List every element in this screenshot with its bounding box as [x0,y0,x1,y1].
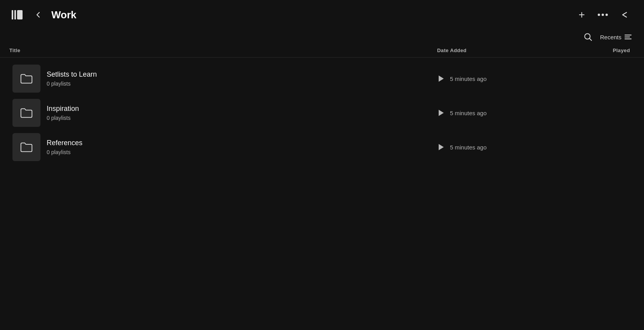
folder-item-left: Setlists to Learn 0 playlists [12,65,437,93]
date-added: 5 minutes ago [450,75,486,82]
play-icon [439,75,444,82]
back-button[interactable] [31,9,45,20]
svg-point-4 [602,14,604,16]
svg-rect-2 [17,10,23,19]
svg-rect-0 [12,10,13,19]
search-icon [584,33,592,41]
folder-item[interactable]: References 0 playlists 5 minutes ago [9,131,635,163]
folder-thumbnail [12,133,40,161]
folder-name: Inspiration [47,105,79,113]
folder-info: References 0 playlists [47,139,82,155]
folder-middle: 5 minutes ago [437,108,554,118]
more-options-button[interactable] [595,12,611,18]
add-button[interactable]: + [576,8,587,22]
header: Work + [0,0,644,28]
folder-thumbnail [12,65,40,93]
date-added: 5 minutes ago [450,110,486,116]
col-title: Title [9,47,437,53]
folder-name: Setlists to Learn [47,70,97,79]
close-icon [621,11,629,19]
folder-thumbnail [12,99,40,127]
folder-middle: 5 minutes ago [437,142,554,152]
back-icon [34,11,42,19]
column-headers: Title Date Added Played [0,47,644,58]
play-icon [439,144,444,150]
svg-rect-1 [14,10,16,19]
page-title: Work [51,9,77,21]
recents-label: Recents [600,34,621,40]
col-played: Played [554,47,632,53]
header-right: + [576,8,632,22]
play-button[interactable] [437,74,445,83]
library-icon [11,9,23,21]
play-button[interactable] [437,142,445,152]
library-icon-button[interactable] [9,9,25,21]
close-button[interactable] [618,9,632,21]
folder-item[interactable]: Inspiration 0 playlists 5 minutes ago [9,97,635,129]
folder-name: References [47,139,82,147]
folder-list: Setlists to Learn 0 playlists 5 minutes … [0,59,644,330]
folder-info: Setlists to Learn 0 playlists [47,70,97,87]
col-date-added: Date Added [437,47,554,53]
folder-count: 0 playlists [47,81,97,87]
folder-item[interactable]: Setlists to Learn 0 playlists 5 minutes … [9,62,635,95]
folder-info: Inspiration 0 playlists [47,105,79,121]
folder-middle: 5 minutes ago [437,74,554,83]
svg-point-3 [598,14,600,16]
folder-icon [20,107,33,118]
recents-button[interactable]: Recents [600,34,632,40]
folder-item-left: Inspiration 0 playlists [12,99,437,127]
svg-point-5 [606,14,608,16]
search-button[interactable] [582,31,594,43]
list-view-icon [625,35,632,39]
folder-item-left: References 0 playlists [12,133,437,161]
more-icon [597,13,608,16]
folder-count: 0 playlists [47,149,82,155]
folder-count: 0 playlists [47,115,79,121]
header-left: Work [9,9,77,21]
play-icon [439,110,444,116]
svg-line-7 [590,39,592,40]
folder-icon [20,73,33,84]
toolbar: Recents [0,28,644,47]
date-added: 5 minutes ago [450,144,486,151]
play-button[interactable] [437,108,445,118]
folder-icon [20,142,33,153]
